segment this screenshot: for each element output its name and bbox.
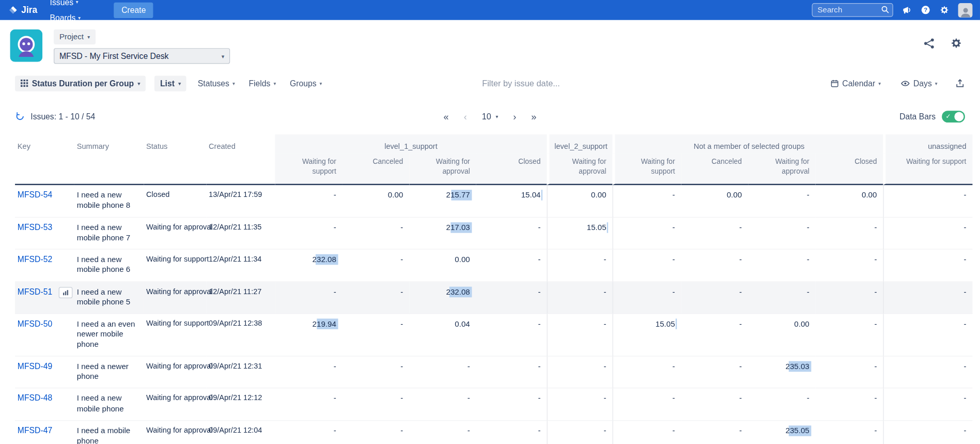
duration-value-wrap: -	[739, 319, 742, 329]
subcolumn-header-level-1-support-canceled[interactable]: Canceled	[343, 153, 409, 185]
create-button[interactable]: Create	[114, 2, 153, 18]
jira-logo-icon	[8, 5, 19, 16]
cell-summary: I need a new mobile phone 5	[74, 282, 144, 314]
calendar-dropdown[interactable]: Calendar ▾	[827, 76, 883, 90]
duration-value: 215.77	[446, 191, 470, 200]
column-header-status[interactable]: Status	[144, 134, 206, 185]
duration-value-wrap: -	[604, 254, 606, 265]
issue-key-link[interactable]: MFSD-49	[18, 361, 52, 371]
subcolumn-header-not-a-member-of-selected-groups-waiting-for-support[interactable]: Waiting for support	[613, 153, 681, 185]
duration-cell: 232.08	[409, 282, 476, 314]
statuses-dropdown[interactable]: Statuses ▾	[195, 76, 238, 90]
duration-value-wrap: -	[739, 254, 742, 265]
data-bars-toggle[interactable]: ✓	[942, 111, 965, 123]
issue-key-link[interactable]: MFSD-51	[18, 287, 52, 296]
view-dropdown[interactable]: List ▾	[154, 75, 186, 91]
bar-chart-icon[interactable]	[58, 287, 72, 298]
fields-dropdown[interactable]: Fields ▾	[246, 76, 279, 90]
duration-cell: -	[681, 389, 748, 421]
subcolumn-header-not-a-member-of-selected-groups-canceled[interactable]: Canceled	[681, 153, 748, 185]
duration-value-wrap: -	[400, 319, 403, 329]
duration-value: -	[604, 255, 606, 264]
cell-key: MFSD-47	[15, 421, 74, 444]
cell-status: Waiting for approval	[144, 282, 206, 314]
project-select[interactable]: MFSD - My First Service Desk ▾	[54, 48, 230, 64]
page-size-dropdown[interactable]: 10 ▾	[482, 112, 499, 121]
nav-item-issues[interactable]: Issues▾	[45, 0, 106, 10]
duration-value: -	[739, 255, 742, 264]
duration-value: -	[334, 223, 336, 232]
duration-value: -	[538, 287, 540, 296]
first-page-icon[interactable]: «	[444, 112, 449, 121]
jira-logo[interactable]: Jira	[6, 5, 43, 16]
duration-value-wrap: -	[963, 361, 966, 372]
duration-value-wrap: -	[739, 287, 742, 297]
project-avatar[interactable]	[10, 29, 42, 62]
subcolumn-header-level-1-support-waiting-for-support[interactable]: Waiting for support	[275, 153, 343, 185]
duration-cell: -	[748, 250, 816, 282]
subcolumn-header-level-1-support-waiting-for-approval[interactable]: Waiting for approval	[409, 153, 476, 185]
cell-summary: I need a new mobile phone	[74, 389, 144, 421]
duration-value: -	[739, 362, 742, 371]
share-icon[interactable]	[923, 37, 935, 49]
column-header-key[interactable]: Key	[15, 134, 74, 185]
column-header-created[interactable]: Created	[206, 134, 275, 185]
duration-value-wrap: -	[739, 426, 742, 436]
user-avatar[interactable]	[958, 3, 973, 17]
duration-cell: -	[476, 217, 547, 249]
prev-page-icon[interactable]: ‹	[464, 112, 467, 121]
duration-value-wrap: -	[874, 222, 877, 233]
issue-key-link[interactable]: MFSD-48	[18, 393, 52, 403]
last-page-icon[interactable]: »	[531, 112, 536, 121]
subcolumn-header-level-1-support-closed[interactable]: Closed	[476, 153, 547, 185]
refresh-icon[interactable]	[15, 111, 25, 121]
duration-cell: -	[613, 421, 681, 444]
subcolumn-label: Canceled	[711, 158, 742, 165]
duration-value-wrap: -	[334, 287, 336, 297]
cell-summary: I need a new mobile phone 6	[74, 250, 144, 282]
duration-cell: -	[343, 282, 409, 314]
issue-date-filter-input[interactable]	[481, 78, 815, 89]
gear-icon[interactable]	[950, 37, 962, 49]
duration-value-wrap: -	[874, 426, 877, 436]
cell-created: 13/Apr/21 17:59	[206, 185, 275, 217]
subcolumn-header-not-a-member-of-selected-groups-waiting-for-approval[interactable]: Waiting for approval	[748, 153, 816, 185]
duration-value-wrap: -	[874, 319, 877, 329]
report-type-button[interactable]: Status Duration per Group ▾	[15, 75, 146, 91]
column-header-summary[interactable]: Summary	[74, 134, 144, 185]
duration-value-wrap: -	[538, 222, 540, 233]
duration-value: 235.03	[785, 362, 809, 371]
duration-value-wrap: -	[739, 222, 742, 233]
table-row: MFSD-51I need a new mobile phone 5Waitin…	[15, 282, 973, 314]
next-page-icon[interactable]: ›	[513, 112, 516, 121]
subcolumn-header-unassigned-waiting-for-support[interactable]: Waiting for support	[883, 153, 973, 185]
export-icon[interactable]	[955, 78, 965, 88]
unit-dropdown[interactable]: Days ▾	[898, 76, 940, 90]
groups-dropdown[interactable]: Groups ▾	[287, 76, 324, 90]
duration-cell: 215.77	[409, 185, 476, 217]
announcement-icon[interactable]	[902, 5, 912, 15]
duration-cell: -	[275, 421, 343, 444]
duration-cell: -	[748, 389, 816, 421]
duration-value: -	[468, 394, 470, 403]
subcolumn-header-level-2-support-waiting-for-approval[interactable]: Waiting for approval	[547, 153, 613, 185]
issue-key-link[interactable]: MFSD-53	[18, 222, 52, 232]
issue-key-link[interactable]: MFSD-50	[18, 319, 52, 328]
help-icon[interactable]: ?	[921, 5, 930, 15]
chevron-down-icon: ▾	[87, 34, 90, 40]
duration-cell: 235.03	[748, 356, 816, 388]
duration-cell: -	[343, 356, 409, 388]
cell-key: MFSD-51	[15, 282, 74, 314]
report-table-area: KeySummaryStatusCreatedlevel_1_supportle…	[15, 134, 965, 444]
duration-value: -	[739, 394, 742, 403]
issue-key-link[interactable]: MFSD-54	[18, 190, 52, 200]
settings-icon[interactable]	[939, 5, 949, 15]
duration-value-wrap: -	[538, 287, 540, 297]
issue-key-link[interactable]: MFSD-52	[18, 254, 52, 264]
chevron-down-icon: ▾	[78, 15, 81, 21]
subcolumn-header-not-a-member-of-selected-groups-closed[interactable]: Closed	[816, 153, 883, 185]
nav-item-boards[interactable]: Boards▾	[45, 10, 106, 25]
duration-value: -	[604, 394, 606, 403]
duration-value-wrap: 219.94	[313, 319, 336, 329]
issue-key-link[interactable]: MFSD-47	[18, 426, 52, 435]
